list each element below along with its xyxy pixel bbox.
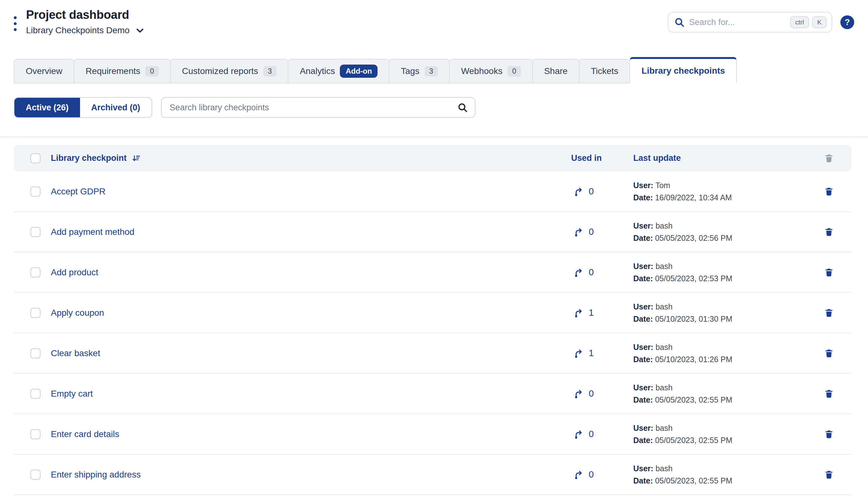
delete-row-trash-icon[interactable] — [824, 267, 834, 277]
tab[interactable]: Requirements 0 — [74, 59, 171, 83]
branch-icon — [574, 348, 584, 358]
row-checkbox[interactable] — [30, 348, 41, 358]
table-row: Accept GDPR 0 User: Tom Date: 16/09/2022… — [14, 171, 851, 212]
select-all-checkbox[interactable] — [30, 153, 41, 164]
checkpoint-link[interactable]: Empty cart — [51, 389, 93, 399]
used-in-count: 0 — [589, 469, 594, 480]
filter-active-button[interactable]: Active (26) — [14, 98, 80, 117]
status-filter: Active (26) Archived (0) — [14, 97, 152, 118]
date-label: Date: — [633, 476, 653, 485]
checkpoint-link[interactable]: Add product — [51, 267, 98, 278]
delete-row-trash-icon[interactable] — [824, 227, 834, 237]
bulk-delete-trash-icon[interactable] — [824, 153, 834, 163]
filter-archived-button[interactable]: Archived (0) — [80, 98, 152, 117]
delete-row-trash-icon[interactable] — [824, 389, 834, 399]
used-in-cell: 0 — [571, 267, 633, 278]
project-selector[interactable]: Library Checkpoints Demo — [26, 26, 145, 35]
checkpoint-search-input[interactable] — [161, 97, 476, 118]
branch-icon — [574, 267, 584, 278]
row-checkbox[interactable] — [30, 429, 41, 439]
tab[interactable]: Analytics Add-on — [288, 59, 389, 83]
global-search-input[interactable] — [689, 18, 786, 27]
tab[interactable]: Tags 3 — [389, 59, 450, 83]
checkpoint-link[interactable]: Add payment method — [51, 227, 134, 237]
user-value: bash — [656, 221, 673, 230]
checkpoint-link[interactable]: Apply coupon — [51, 308, 104, 318]
delete-row-trash-icon[interactable] — [824, 187, 834, 196]
user-value: bash — [656, 464, 673, 473]
used-in-cell: 1 — [571, 348, 633, 358]
tab[interactable]: Webhooks 0 — [449, 59, 533, 83]
tab-count-badge: 3 — [263, 66, 277, 77]
date-value: 05/10/2023, 01:30 PM — [655, 314, 732, 323]
branch-icon — [574, 308, 584, 318]
tab-count-badge: 0 — [507, 66, 521, 77]
tab-label: Requirements — [86, 66, 140, 76]
delete-row-trash-icon[interactable] — [824, 429, 834, 439]
tab[interactable]: Customized reports 3 — [170, 59, 289, 83]
tab-label: Share — [544, 66, 568, 76]
chevron-down-icon — [135, 26, 145, 35]
user-label: User: — [633, 181, 653, 190]
last-update-cell: User: bash Date: 05/10/2023, 01:30 PM — [633, 301, 822, 325]
date-value: 05/05/2023, 02:55 PM — [655, 436, 732, 445]
used-in-cell: 0 — [571, 388, 633, 399]
date-label: Date: — [633, 314, 653, 323]
row-checkbox[interactable] — [30, 470, 41, 480]
tab[interactable]: Share — [532, 59, 580, 83]
date-label: Date: — [633, 274, 653, 283]
used-in-count: 0 — [589, 267, 594, 278]
table-row: Enter shipping address 0 User: bash Date… — [14, 455, 851, 495]
tab-label: Analytics — [300, 66, 335, 76]
delete-row-trash-icon[interactable] — [824, 308, 834, 317]
column-header-used-in[interactable]: Used in — [571, 153, 633, 163]
used-in-cell: 0 — [571, 429, 633, 439]
date-value: 05/05/2023, 02:55 PM — [655, 396, 732, 404]
row-checkbox[interactable] — [30, 187, 41, 197]
used-in-cell: 0 — [571, 227, 633, 237]
delete-row-trash-icon[interactable] — [824, 348, 834, 358]
page-header: Project dashboard Library Checkpoints De… — [0, 0, 868, 57]
table-row: Add product 0 User: bash Date: 05/05/202… — [14, 252, 851, 293]
help-button[interactable]: ? — [840, 15, 854, 29]
search-icon — [457, 102, 468, 113]
addon-badge: Add-on — [340, 65, 377, 78]
column-header-checkpoint[interactable]: Library checkpoint — [51, 153, 127, 163]
branch-icon — [574, 187, 584, 197]
branch-icon — [574, 470, 584, 480]
table-row: Enter card details 0 User: bash Date: 05… — [14, 414, 851, 455]
table-row: Apply coupon 1 User: bash Date: 05/10/20… — [14, 293, 851, 333]
used-in-count: 1 — [589, 348, 594, 358]
tab-label: Webhooks — [461, 66, 503, 76]
date-value: 05/05/2023, 02:55 PM — [655, 476, 732, 485]
date-label: Date: — [633, 234, 653, 242]
checkpoint-link[interactable]: Accept GDPR — [51, 187, 105, 197]
tab[interactable]: Overview — [14, 59, 74, 83]
user-label: User: — [633, 221, 653, 230]
checkpoint-link[interactable]: Enter card details — [51, 429, 119, 439]
user-label: User: — [633, 464, 653, 473]
user-label: User: — [633, 383, 653, 392]
checkpoint-link[interactable]: Clear basket — [51, 348, 100, 358]
project-menu-kebab-icon[interactable] — [14, 16, 17, 35]
tab[interactable]: Library checkpoints — [629, 57, 737, 83]
checkpoint-link[interactable]: Enter shipping address — [51, 470, 140, 480]
row-checkbox[interactable] — [30, 267, 41, 278]
table-header-row: Library checkpoint Used in Last update — [14, 145, 851, 171]
project-selector-label: Library Checkpoints Demo — [26, 26, 130, 35]
delete-row-trash-icon[interactable] — [824, 470, 834, 479]
column-header-last-update[interactable]: Last update — [633, 153, 822, 163]
tab[interactable]: Tickets — [579, 59, 630, 83]
used-in-count: 1 — [589, 308, 594, 318]
last-update-cell: User: bash Date: 05/05/2023, 02:56 PM — [633, 220, 822, 244]
last-update-cell: User: Tom Date: 16/09/2022, 10:34 AM — [633, 179, 822, 204]
row-checkbox[interactable] — [30, 227, 41, 237]
global-search: ctrl K — [668, 12, 832, 33]
tab-label: Tickets — [591, 66, 618, 76]
used-in-cell: 0 — [571, 186, 633, 197]
row-checkbox[interactable] — [30, 308, 41, 318]
row-checkbox[interactable] — [30, 389, 41, 399]
used-in-count: 0 — [589, 227, 594, 237]
date-label: Date: — [633, 193, 653, 202]
sort-descending-icon[interactable] — [132, 154, 140, 163]
